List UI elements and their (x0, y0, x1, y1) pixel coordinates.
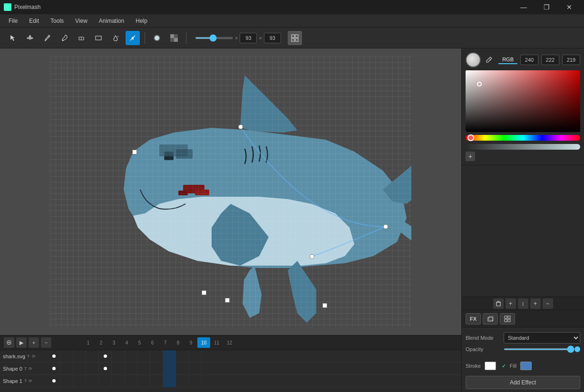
frame-cell-2[interactable] (60, 375, 73, 387)
size-slider[interactable] (195, 37, 233, 39)
add-color-button[interactable]: + (466, 152, 475, 161)
eraser-tool-button[interactable] (74, 31, 88, 45)
stroke-swatch[interactable] (485, 362, 496, 370)
move-tool-button[interactable]: ✥ (23, 31, 37, 45)
fill-swatch[interactable] (520, 362, 532, 370)
add-effect-button[interactable]: Add Effect (466, 376, 580, 389)
color-gradient[interactable] (466, 70, 580, 132)
frame-number-11[interactable]: 11 (210, 337, 223, 348)
frame-cell-3[interactable] (73, 363, 86, 375)
frame-cell-4[interactable] (86, 350, 99, 363)
menu-help[interactable]: Help (131, 17, 152, 25)
brush-height-input[interactable] (264, 33, 281, 43)
rgb-tab[interactable]: RGB (498, 56, 517, 64)
duplicate-layer-button[interactable]: + (530, 298, 541, 309)
frame-cell-5[interactable] (99, 350, 112, 363)
frame-cell-6[interactable] (112, 375, 125, 387)
frame-cell-11[interactable] (176, 363, 189, 375)
frame-number-1[interactable]: 1 (82, 337, 95, 348)
menu-file[interactable]: File (4, 17, 22, 25)
frame-cell-2[interactable] (60, 350, 73, 363)
remove-layer-button[interactable]: − (543, 298, 553, 309)
select-tool-button[interactable] (6, 31, 20, 45)
rect-tool-button[interactable] (91, 31, 106, 45)
frame-cell-5[interactable] (99, 375, 112, 387)
move-layer-button[interactable]: ↕ (518, 298, 528, 309)
brush-width-input[interactable] (240, 33, 257, 43)
frame-cell-3[interactable] (73, 375, 86, 387)
menu-view[interactable]: View (70, 17, 92, 25)
timeline-add-frame-button[interactable]: + (29, 337, 39, 348)
red-value-input[interactable] (520, 55, 538, 65)
menu-edit[interactable]: Edit (24, 17, 44, 25)
frame-cell-8[interactable] (137, 363, 150, 375)
frame-cell-7[interactable] (125, 350, 137, 363)
close-button[interactable]: ✕ (558, 0, 580, 14)
frame-number-4[interactable]: 4 (120, 337, 133, 348)
brush-tool-button[interactable] (57, 31, 71, 45)
pen-tool-button[interactable] (126, 31, 140, 45)
frame-cell-1[interactable] (48, 363, 60, 375)
frame-cell-4[interactable] (86, 363, 99, 375)
frame-cell-7[interactable] (125, 363, 137, 375)
pixel-canvas[interactable] (50, 57, 411, 327)
minimize-button[interactable]: — (513, 0, 535, 14)
frame-cell-12[interactable] (189, 363, 202, 375)
canvas-area: ▶ + − 123456789101112 shark.svg T ⟳Shape… (0, 48, 461, 392)
opacity-slider[interactable] (504, 348, 574, 350)
pencil-tool-button[interactable] (40, 31, 54, 45)
frame-cell-9[interactable] (150, 350, 163, 363)
menu-animation[interactable]: Animation (94, 17, 129, 25)
fx-layer-button[interactable] (483, 313, 498, 325)
frame-number-5[interactable]: 5 (133, 337, 146, 348)
frame-number-7[interactable]: 7 (159, 337, 172, 348)
foreground-color-button[interactable] (150, 31, 164, 45)
frame-number-3[interactable]: 3 (107, 337, 120, 348)
timeline-remove-frame-button[interactable]: − (41, 337, 51, 348)
frame-cell-11[interactable] (176, 350, 189, 363)
fx-grid-button[interactable] (500, 313, 515, 325)
frame-cell-6[interactable] (112, 350, 125, 363)
grid-toggle-button[interactable] (288, 31, 302, 45)
frame-cell-10[interactable] (163, 375, 176, 387)
alpha-slider[interactable] (466, 144, 580, 150)
frame-number-2[interactable]: 2 (95, 337, 107, 348)
delete-layer-button[interactable] (493, 298, 504, 309)
frame-cell-8[interactable] (137, 350, 150, 363)
blue-value-input[interactable] (562, 55, 580, 65)
frame-number-9[interactable]: 9 (185, 337, 197, 348)
blend-mode-select[interactable]: Standard (504, 332, 580, 344)
frame-cell-2[interactable] (60, 363, 73, 375)
frame-cell-11[interactable] (176, 375, 189, 387)
frame-cell-1[interactable] (48, 350, 60, 363)
frame-cell-3[interactable] (73, 350, 86, 363)
frame-cell-10[interactable] (163, 363, 176, 375)
frame-number-12[interactable]: 12 (223, 337, 236, 348)
add-layer-button[interactable]: + (506, 298, 516, 309)
color-swatch-main[interactable] (466, 52, 481, 67)
hue-slider[interactable] (466, 135, 580, 141)
frame-cell-12[interactable] (189, 375, 202, 387)
green-value-input[interactable] (541, 55, 559, 65)
frame-cell-12[interactable] (189, 350, 202, 363)
bucket-tool-button[interactable] (108, 31, 123, 45)
eyedropper-button[interactable] (484, 55, 494, 65)
frame-cell-7[interactable] (125, 375, 137, 387)
maximize-button[interactable]: ❐ (535, 0, 557, 14)
timeline-play-button[interactable]: ▶ (16, 337, 27, 348)
frame-number-6[interactable]: 6 (146, 337, 159, 348)
frame-cell-10[interactable] (163, 350, 176, 363)
frame-number-10[interactable]: 10 (197, 337, 210, 348)
checker-button[interactable] (167, 31, 181, 45)
frame-cell-4[interactable] (86, 375, 99, 387)
fx-button[interactable]: FX (466, 313, 481, 325)
frame-cell-9[interactable] (150, 363, 163, 375)
frame-cell-6[interactable] (112, 363, 125, 375)
frame-cell-8[interactable] (137, 375, 150, 387)
frame-number-8[interactable]: 8 (172, 337, 185, 348)
frame-cell-5[interactable] (99, 363, 112, 375)
menu-tools[interactable]: Tools (46, 17, 68, 25)
frame-cell-1[interactable] (48, 375, 60, 387)
timeline-settings-button[interactable] (4, 337, 14, 348)
frame-cell-9[interactable] (150, 375, 163, 387)
